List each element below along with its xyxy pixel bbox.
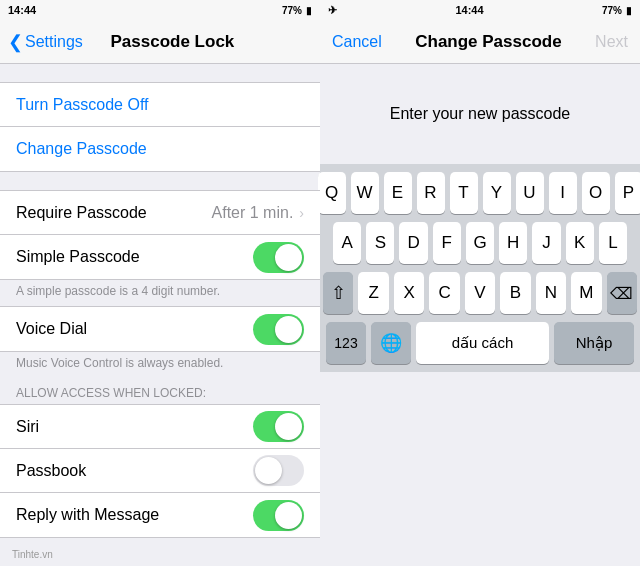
passcode-prompt-text: Enter your new passcode [390,105,571,123]
keyboard-row-4: 123 🌐 dấu cách Nhập [323,322,637,364]
allow-access-header: ALLOW ACCESS WHEN LOCKED: [0,378,320,404]
key-h[interactable]: H [499,222,527,264]
passbook-toggle[interactable] [253,455,304,486]
left-content: Turn Passcode Off Change Passcode Requir… [0,64,320,566]
globe-key[interactable]: 🌐 [371,322,411,364]
key-f[interactable]: F [433,222,461,264]
keyboard: Q W E R T Y U I O P A S D F G H J K L ⇧ … [320,164,640,368]
battery-percent-right: 77% [602,5,622,16]
key-s[interactable]: S [366,222,394,264]
next-button[interactable]: Next [595,33,628,51]
time-left: 14:44 [8,4,36,16]
key-b[interactable]: B [500,272,530,314]
allow-access-group: Siri Passbook Reply with Message [0,404,320,538]
key-x[interactable]: X [394,272,424,314]
siri-toggle-knob [275,413,302,440]
status-icons-right: 77% ▮ [602,5,632,16]
keyboard-bottom-spacer [320,368,640,372]
voice-dial-label: Voice Dial [16,320,253,338]
reply-toggle[interactable] [253,500,304,531]
key-p[interactable]: P [615,172,641,214]
right-panel: ✈ 14:44 77% ▮ Cancel Change Passcode Nex… [320,0,640,566]
voice-dial-footer: Music Voice Control is always enabled. [0,352,320,378]
passcode-settings-group: Require Passcode After 1 min. › Simple P… [0,190,320,280]
siri-item[interactable]: Siri [0,405,320,449]
turn-passcode-off-label: Turn Passcode Off [16,96,304,114]
keyboard-row-2: A S D F G H J K L [323,222,637,264]
battery-percent-left: 77% [282,5,302,16]
key-e[interactable]: E [384,172,412,214]
nav-bar-left: ❮ Settings Passcode Lock [0,20,320,64]
require-passcode-chevron: › [299,205,304,221]
watermark: Tinhte.vn [4,545,61,564]
require-passcode-label: Require Passcode [16,204,212,222]
require-passcode-value: After 1 min. [212,204,294,222]
key-i[interactable]: I [549,172,577,214]
key-o[interactable]: O [582,172,610,214]
left-nav-title: Passcode Lock [33,32,312,52]
siri-toggle[interactable] [253,411,304,442]
key-m[interactable]: M [571,272,601,314]
key-a[interactable]: A [333,222,361,264]
simple-passcode-toggle[interactable] [253,242,304,273]
key-q[interactable]: Q [318,172,346,214]
change-passcode-item[interactable]: Change Passcode [0,127,320,171]
status-bar-right: ✈ 14:44 77% ▮ [320,0,640,20]
key-v[interactable]: V [465,272,495,314]
key-l[interactable]: L [599,222,627,264]
key-z[interactable]: Z [358,272,388,314]
status-icons-left: 77% ▮ [282,5,312,16]
delete-key[interactable]: ⌫ [607,272,637,314]
airplane-icon: ✈ [328,4,337,17]
simple-passcode-item[interactable]: Simple Passcode [0,235,320,279]
right-nav-title: Change Passcode [382,32,595,52]
back-chevron-icon: ❮ [8,31,23,53]
key-t[interactable]: T [450,172,478,214]
key-k[interactable]: K [566,222,594,264]
key-j[interactable]: J [532,222,560,264]
reply-with-message-item[interactable]: Reply with Message [0,493,320,537]
siri-label: Siri [16,418,253,436]
passcode-actions-group: Turn Passcode Off Change Passcode [0,82,320,172]
key-c[interactable]: C [429,272,459,314]
key-u[interactable]: U [516,172,544,214]
battery-icon-right: ▮ [626,5,632,16]
reply-with-message-label: Reply with Message [16,506,253,524]
keyboard-row-1: Q W E R T Y U I O P [323,172,637,214]
voice-dial-toggle[interactable] [253,314,304,345]
key-r[interactable]: R [417,172,445,214]
turn-passcode-off-item[interactable]: Turn Passcode Off [0,83,320,127]
voice-dial-group: Voice Dial [0,306,320,352]
passcode-prompt-area: Enter your new passcode [320,64,640,164]
numbers-key[interactable]: 123 [326,322,366,364]
simple-passcode-label: Simple Passcode [16,248,253,266]
change-passcode-label: Change Passcode [16,140,304,158]
require-passcode-item[interactable]: Require Passcode After 1 min. › [0,191,320,235]
voice-dial-item[interactable]: Voice Dial [0,307,320,351]
passbook-item[interactable]: Passbook [0,449,320,493]
return-key[interactable]: Nhập [554,322,634,364]
key-n[interactable]: N [536,272,566,314]
voice-dial-toggle-knob [275,316,302,343]
keyboard-row-3: ⇧ Z X C V B N M ⌫ [323,272,637,314]
key-y[interactable]: Y [483,172,511,214]
passbook-label: Passbook [16,462,253,480]
left-panel: 14:44 77% ▮ ❮ Settings Passcode Lock Tur… [0,0,320,566]
key-w[interactable]: W [351,172,379,214]
time-right: 14:44 [455,4,483,16]
key-g[interactable]: G [466,222,494,264]
reply-toggle-knob [275,502,302,529]
simple-passcode-toggle-knob [275,244,302,271]
battery-icon-left: ▮ [306,5,312,16]
space-key[interactable]: dấu cách [416,322,549,364]
passbook-toggle-knob [255,457,282,484]
nav-bar-right: Cancel Change Passcode Next [320,20,640,64]
shift-key[interactable]: ⇧ [323,272,353,314]
simple-passcode-footer: A simple passcode is a 4 digit number. [0,280,320,306]
status-bar-left: 14:44 77% ▮ [0,0,320,20]
cancel-button[interactable]: Cancel [332,33,382,51]
key-d[interactable]: D [399,222,427,264]
